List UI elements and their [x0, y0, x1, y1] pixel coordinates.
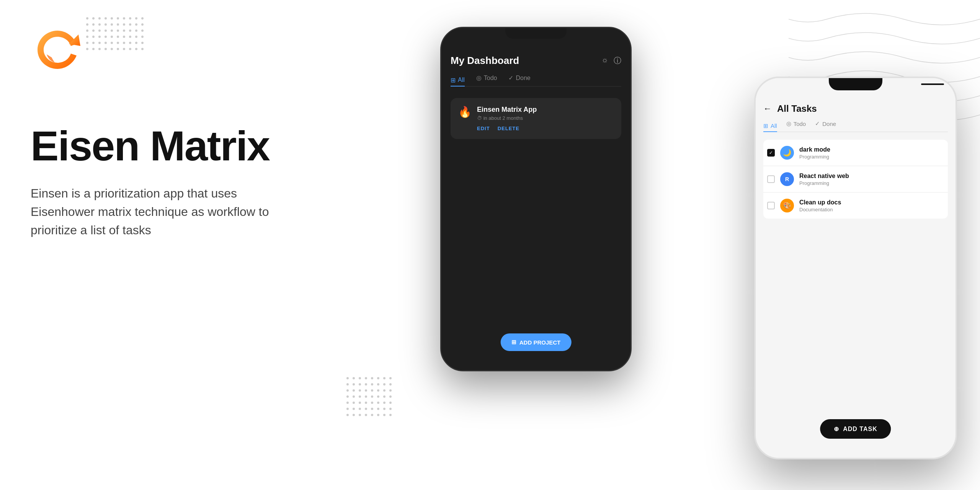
back-tab-done[interactable]: ✓ Done	[508, 74, 530, 82]
add-task-button[interactable]: ⊕ ADD TASK	[820, 419, 891, 439]
task-category-3: Documentation	[799, 207, 944, 212]
back-phone-notch	[505, 28, 567, 39]
task-checkbox-1[interactable]: ✓	[767, 149, 775, 157]
task-name-3: Clean up docs	[799, 199, 944, 206]
front-tabs: ⊞ All ◎ Todo ✓ Done	[763, 120, 948, 132]
back-button[interactable]: ←	[763, 104, 772, 114]
phone-front: ← All Tasks ⊞ All ◎ Todo ✓ Done	[754, 77, 957, 459]
dashboard-title: My Dashboard	[451, 55, 519, 67]
brightness-icon[interactable]: ☼	[601, 56, 608, 66]
logo	[31, 23, 84, 77]
project-card: 🔥 Einsen Matrix App ⏱ in about 2 months …	[451, 98, 621, 139]
phones-container: My Dashboard ☼ ⓘ ⊞ All ◎ Todo ✓ Don	[440, 15, 957, 475]
task-info-1: dark mode Programming	[799, 146, 944, 160]
task-category-2: Programming	[799, 180, 944, 186]
front-title: All Tasks	[777, 103, 817, 114]
project-info: Einsen Matrix App ⏱ in about 2 months ED…	[477, 106, 614, 131]
task-item-2[interactable]: R React native web Programming	[763, 166, 948, 193]
task-name-2: React native web	[799, 173, 944, 180]
add-project-button[interactable]: ⊞ ADD PROJECT	[501, 333, 572, 351]
phone-back: My Dashboard ☼ ⓘ ⊞ All ◎ Todo ✓ Don	[440, 27, 632, 371]
front-tab-done[interactable]: ✓ Done	[815, 120, 836, 127]
back-phone-screen: My Dashboard ☼ ⓘ ⊞ All ◎ Todo ✓ Don	[441, 28, 630, 370]
subtitle: Einsen is a prioritization app that uses…	[31, 184, 299, 239]
project-name: Einsen Matrix App	[477, 106, 614, 114]
dashboard-icons: ☼ ⓘ	[601, 56, 621, 66]
task-info-3: Clean up docs Documentation	[799, 199, 944, 212]
back-tab-all[interactable]: ⊞ All	[451, 74, 465, 87]
done-icon-front: ✓	[815, 120, 820, 127]
clock-icon: ⏱	[477, 115, 482, 121]
plus-circle-icon: ⊕	[834, 425, 839, 433]
task-category-1: Programming	[799, 154, 944, 160]
task-item-1[interactable]: ✓ 🌙 dark mode Programming	[763, 140, 948, 166]
back-tab-todo[interactable]: ◎ Todo	[476, 74, 497, 82]
todo-icon: ◎	[476, 74, 482, 82]
task-name-1: dark mode	[799, 146, 944, 153]
project-actions: EDIT DELETE	[477, 126, 614, 131]
task-avatar-2: R	[780, 172, 794, 186]
dashboard-header: My Dashboard ☼ ⓘ	[451, 47, 621, 67]
front-phone-screen: ← All Tasks ⊞ All ◎ Todo ✓ Done	[756, 78, 956, 458]
front-tab-todo[interactable]: ◎ Todo	[786, 120, 806, 127]
todo-icon-front: ◎	[786, 120, 791, 127]
task-checkbox-3[interactable]	[767, 202, 775, 209]
front-header: ← All Tasks	[763, 97, 948, 120]
task-info-2: React native web Programming	[799, 173, 944, 186]
grid-icon: ⊞	[451, 77, 456, 84]
task-checkbox-2[interactable]	[767, 175, 775, 183]
delete-action[interactable]: DELETE	[498, 126, 519, 131]
project-emoji: 🔥	[458, 106, 472, 131]
grid-icon-front: ⊞	[763, 122, 768, 129]
front-tab-all[interactable]: ⊞ All	[763, 120, 777, 132]
done-icon: ✓	[508, 74, 513, 82]
task-item-3[interactable]: 🎨 Clean up docs Documentation	[763, 193, 948, 219]
main-title: Eisen Matrix	[31, 122, 337, 169]
task-list: ✓ 🌙 dark mode Programming R React native…	[763, 140, 948, 219]
project-time: ⏱ in about 2 months	[477, 115, 614, 121]
task-avatar-3: 🎨	[780, 199, 794, 212]
edit-action[interactable]: EDIT	[477, 126, 490, 131]
plus-icon: ⊞	[511, 339, 516, 346]
front-phone-notch	[829, 78, 882, 90]
task-avatar-1: 🌙	[780, 146, 794, 160]
left-content: Eisen Matrix Einsen is a prioritization …	[31, 23, 337, 239]
status-bar	[921, 83, 944, 85]
back-tabs: ⊞ All ◎ Todo ✓ Done	[451, 74, 621, 87]
dot-grid-bottom	[345, 375, 429, 444]
info-icon[interactable]: ⓘ	[614, 56, 621, 66]
